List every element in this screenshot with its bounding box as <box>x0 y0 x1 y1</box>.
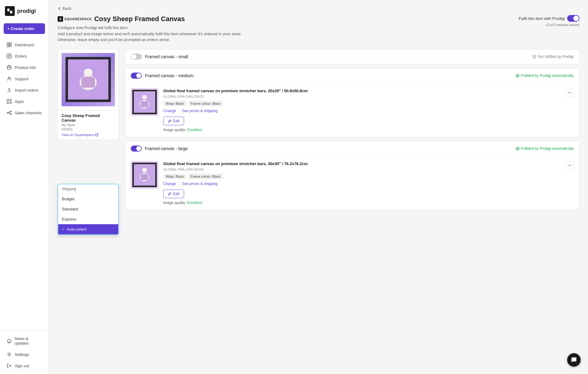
variant-name-small: Framed canvas - small <box>145 54 188 59</box>
svg-point-33 <box>569 165 570 165</box>
sidebar-item-product-info[interactable]: Product info <box>2 62 47 73</box>
sidebar-item-apps[interactable]: Apps <box>2 96 47 107</box>
sidebar-item-dashboard[interactable]: Dashboard <box>2 39 47 50</box>
variant-card-small: Framed canvas - small Not fulfilled by P… <box>125 49 579 64</box>
product-info-area: Cosy Sheep Framed Canvas My Store 632651… <box>58 110 119 140</box>
svg-point-19 <box>10 113 11 115</box>
sidebar-item-label: Import orders <box>15 88 38 93</box>
edit-icon <box>168 192 172 196</box>
squarespace-logo: S SQUARESPACE <box>58 16 92 22</box>
prices-link-large[interactable]: See prices & shipping <box>182 182 217 186</box>
variant-name-row-medium: Framed canvas - medium <box>131 73 194 79</box>
bell-icon <box>7 338 12 343</box>
external-link-icon <box>95 133 98 136</box>
painting-frame <box>66 57 111 102</box>
sidebar-item-label: Settings <box>15 352 29 357</box>
upload-icon <box>7 88 12 93</box>
sidebar-item-settings[interactable]: Settings <box>2 349 47 360</box>
page-desc-3: Otherwise, leave empty and you'll be pro… <box>58 37 242 43</box>
svg-rect-14 <box>10 99 11 101</box>
channel-icon <box>7 110 12 115</box>
prices-link-medium[interactable]: See prices & shipping <box>182 109 217 113</box>
sidebar-item-sales-channels[interactable]: Sales channels <box>2 107 47 118</box>
sidebar-item-orders[interactable]: Orders <box>2 51 47 62</box>
prodigi-logo-icon <box>5 6 15 16</box>
product-detail-row-large: Global float framed canvas on premium st… <box>131 161 574 205</box>
squarespace-link[interactable]: View on Squarespace <box>62 133 115 137</box>
shipping-option-standard[interactable]: Standard <box>58 204 118 214</box>
sheep-head <box>84 69 92 76</box>
thumb-frame-large <box>132 163 157 187</box>
svg-rect-5 <box>9 45 11 47</box>
variant-toggle-medium[interactable] <box>131 73 142 79</box>
sidebar-item-label: Sales channels <box>15 111 42 115</box>
variant-name-medium: Framed canvas - medium <box>145 73 194 78</box>
svg-point-22 <box>9 354 10 355</box>
variant-header-medium: Framed canvas - medium Fulfilled by Prod… <box>125 68 579 83</box>
more-options-large[interactable] <box>565 161 574 170</box>
fulfilled-badge-medium: Fulfilled by Prodigi automatically <box>515 74 574 78</box>
product-thumb-large <box>131 161 158 189</box>
svg-line-20 <box>8 112 10 112</box>
person-icon <box>7 76 12 81</box>
svg-line-21 <box>8 113 10 114</box>
change-link-medium[interactable]: Change <box>163 109 176 113</box>
create-order-button[interactable]: + Create order <box>4 23 45 34</box>
svg-rect-3 <box>9 43 11 44</box>
sidebar-item-support[interactable]: Support <box>2 73 47 84</box>
variant-header-small: Framed canvas - small Not fulfilled by P… <box>125 49 579 64</box>
sidebar-item-import-orders[interactable]: Import orders <box>2 85 47 96</box>
svg-point-18 <box>10 111 11 112</box>
pd-actions-large: Change | See prices & shipping <box>163 182 565 186</box>
fulfil-toggle[interactable] <box>567 15 579 22</box>
quality-value-medium: Excellent <box>187 128 202 132</box>
chat-icon <box>571 357 577 363</box>
page-title-row: S SQUARESPACE Cosy Sheep Framed Canvas <box>58 15 242 23</box>
change-link-large[interactable]: Change <box>163 182 176 186</box>
product-detail-row-medium: Global float framed canvas on premium st… <box>131 88 574 132</box>
product-name: Cosy Sheep Framed Canvas <box>62 113 115 123</box>
pd-title-medium: Global float framed canvas on premium st… <box>163 88 565 94</box>
fulfilled-badge-large: Fulfilled by Prodigi automatically <box>515 146 574 151</box>
fulfil-label: Fulfil this item with Prodigi <box>519 16 565 21</box>
svg-point-12 <box>8 77 10 79</box>
quality-row-large: Image quality: Excellent <box>163 201 574 205</box>
page-desc-1: Configure how Prodigi will fulfil this i… <box>58 25 242 31</box>
left-panel: Cosy Sheep Framed Canvas My Store 632651… <box>58 49 119 140</box>
thumb-frame-medium <box>132 90 157 114</box>
pd-sku-medium: GLOBAL-FRA-CAN-20X20 <box>163 95 565 98</box>
variant-name-row-large: Framed canvas - large <box>131 145 188 152</box>
variant-toggle-small[interactable] <box>131 54 142 60</box>
variant-toggle-large[interactable] <box>131 145 142 152</box>
sidebar-item-sign-out[interactable]: Sign out <box>2 360 47 371</box>
fulfil-toggle-row: Fulfil this item with Prodigi <box>519 15 579 22</box>
sidebar-bottom: News & updates Settings Sign out <box>0 330 49 374</box>
shipping-option-express[interactable]: Express <box>58 214 118 224</box>
product-detail-info-medium: Global float framed canvas on premium st… <box>163 88 574 132</box>
back-link[interactable]: Back <box>58 6 71 11</box>
svg-point-31 <box>516 147 519 150</box>
quality-row-medium: Image quality: Excellent <box>163 128 574 132</box>
logo-text: prodigi <box>17 8 36 14</box>
edit-button-large[interactable]: Edit <box>163 190 184 198</box>
create-order-label: + Create order <box>7 26 35 31</box>
more-options-medium[interactable] <box>565 88 574 97</box>
shipping-option-autoselect[interactable]: Auto-select <box>58 224 118 234</box>
shipping-option-budget[interactable]: Budget <box>58 194 118 204</box>
fulfil-sub: (2 of 3 variants active) <box>546 23 579 27</box>
svg-rect-0 <box>7 9 9 11</box>
ban-icon <box>532 55 537 59</box>
sidebar-item-news-updates[interactable]: News & updates <box>2 333 47 349</box>
pd-sku-large: GLOBAL-FRA-CAN-30X30 <box>163 168 565 171</box>
shipping-dropdown[interactable]: Shipping Budget Standard Express Auto-se… <box>58 184 119 235</box>
pd-tag-wrap-medium: Wrap: Black <box>163 101 186 106</box>
chat-button[interactable] <box>567 353 581 367</box>
variant-name-row-small: Framed canvas - small <box>131 54 188 60</box>
sidebar-nav: Dashboard Orders Product info Support Im… <box>0 39 49 330</box>
svg-rect-16 <box>10 102 11 104</box>
logo-area: prodigi <box>0 0 49 21</box>
svg-rect-1 <box>10 11 12 13</box>
variants-area: Framed canvas - small Not fulfilled by P… <box>125 49 579 210</box>
svg-point-28 <box>568 92 568 93</box>
edit-button-medium[interactable]: Edit <box>163 117 184 125</box>
